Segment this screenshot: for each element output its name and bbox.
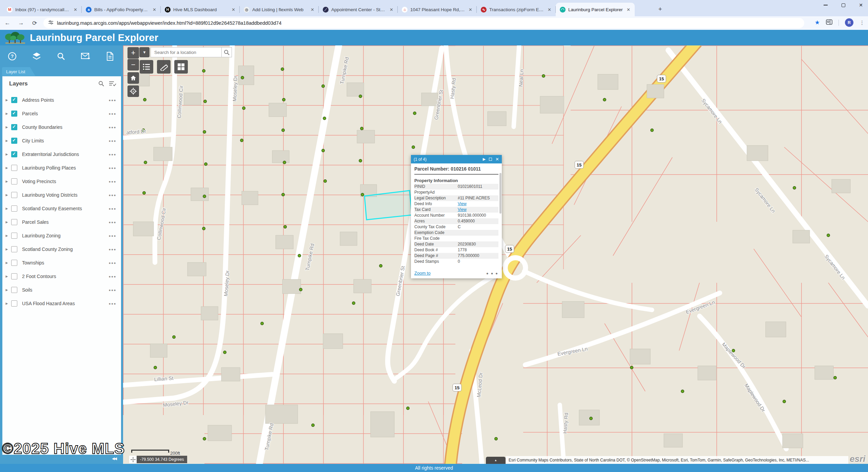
address-point[interactable] — [144, 161, 147, 164]
expand-arrow-icon[interactable]: ▶ — [2, 98, 11, 102]
expand-arrow-icon[interactable]: ▶ — [2, 302, 11, 305]
layer-options-icon[interactable]: ●●● — [108, 112, 116, 116]
address-point[interactable] — [681, 390, 684, 393]
address-point[interactable] — [261, 322, 263, 325]
expand-arrow-icon[interactable]: ▶ — [2, 153, 11, 156]
address-point[interactable] — [282, 193, 284, 196]
layer-options-icon[interactable]: ●●● — [108, 207, 116, 211]
browser-tab-2[interactable]: a Bills - AppFolio Property Manag ✕ — [82, 3, 161, 16]
address-point[interactable] — [281, 68, 284, 71]
address-point[interactable] — [202, 70, 205, 72]
layer-checkbox[interactable] — [11, 246, 17, 252]
selected-parcel[interactable] — [364, 191, 412, 220]
forward-button[interactable]: → — [16, 18, 26, 28]
address-point[interactable] — [282, 129, 284, 132]
address-point[interactable] — [360, 127, 363, 130]
address-point[interactable] — [143, 98, 146, 101]
layer-options-icon[interactable]: ●●● — [108, 193, 116, 197]
address-point[interactable] — [282, 98, 285, 101]
help-icon[interactable]: ? — [0, 52, 24, 61]
layer-checkbox[interactable] — [11, 165, 17, 171]
address-point[interactable] — [412, 146, 415, 149]
address-point[interactable] — [379, 264, 382, 267]
window-maximize-button[interactable] — [839, 1, 848, 9]
tab-close-icon[interactable]: ✕ — [310, 7, 315, 12]
address-point[interactable] — [322, 85, 324, 87]
home-button[interactable] — [127, 72, 139, 84]
site-info-icon[interactable] — [48, 20, 54, 26]
side-panel-icon[interactable] — [826, 19, 832, 26]
layer-checkbox[interactable] — [11, 138, 17, 144]
popup-actions-icon[interactable]: ● ● ● — [486, 271, 498, 275]
legend-button[interactable] — [140, 60, 153, 74]
report-doc-icon[interactable] — [98, 52, 122, 61]
layer-options-icon[interactable]: ●●● — [108, 125, 116, 129]
popup-close-icon[interactable]: ✕ — [495, 157, 499, 162]
address-point[interactable] — [827, 234, 830, 237]
layer-checkbox[interactable] — [11, 287, 17, 293]
layer-options-icon[interactable]: ●●● — [108, 302, 116, 306]
layer-checkbox[interactable] — [11, 233, 17, 239]
layer-options-icon[interactable]: ●●● — [108, 220, 116, 224]
address-point[interactable] — [154, 366, 157, 369]
browser-tab-6[interactable]: ⌂ 1047 Pleasant Hope Rd, Fairmo ✕ — [398, 3, 477, 16]
popup-field-value[interactable]: View — [458, 207, 498, 213]
popup-header[interactable]: (1 of 4) ▶ ✕ — [411, 155, 502, 163]
tab-close-icon[interactable]: ✕ — [547, 7, 552, 12]
address-point[interactable] — [323, 117, 326, 120]
address-point[interactable] — [143, 192, 145, 194]
layer-options-icon[interactable]: ●●● — [108, 275, 116, 278]
address-point[interactable] — [359, 159, 362, 162]
search-submit-button[interactable] — [222, 47, 232, 57]
popup-field-value[interactable]: View — [458, 201, 498, 207]
address-point[interactable] — [495, 437, 497, 440]
address-point[interactable] — [783, 400, 786, 403]
address-point[interactable] — [322, 149, 324, 152]
layer-checkbox[interactable] — [11, 219, 17, 225]
reload-button[interactable]: ⟳ — [30, 18, 39, 28]
address-point[interactable] — [240, 139, 243, 142]
address-point[interactable] — [352, 302, 355, 304]
address-point[interactable] — [407, 407, 409, 410]
layer-checkbox[interactable] — [11, 151, 17, 157]
layer-checkbox[interactable] — [11, 97, 17, 103]
expand-arrow-icon[interactable]: ▶ — [2, 288, 11, 292]
address-point[interactable] — [203, 131, 206, 133]
layers-icon[interactable] — [24, 52, 49, 61]
address-point[interactable] — [203, 195, 206, 198]
expand-arrow-icon[interactable]: ▶ — [2, 193, 11, 197]
expand-arrow-icon[interactable]: ▶ — [2, 180, 11, 183]
address-point[interactable] — [603, 98, 606, 101]
layer-checkbox[interactable] — [11, 260, 17, 266]
address-point[interactable] — [202, 227, 205, 230]
address-point[interactable] — [204, 100, 206, 103]
layer-options-icon[interactable]: ●●● — [108, 153, 116, 156]
browser-tab-8[interactable]: ◠ Laurinburg Parcel Explorer ✕ — [556, 3, 635, 16]
address-point[interactable] — [590, 417, 592, 420]
window-close-button[interactable]: ✕ — [856, 1, 865, 9]
layer-checkbox[interactable] — [11, 111, 17, 117]
expand-arrow-icon[interactable]: ▶ — [2, 166, 11, 170]
popup-maximize-icon[interactable] — [489, 158, 492, 161]
tab-close-icon[interactable]: ✕ — [389, 7, 394, 12]
address-point[interactable] — [542, 75, 545, 77]
address-bar[interactable]: laurinburg.maps.arcgis.com/apps/webappvi… — [43, 18, 804, 28]
layer-checkbox[interactable] — [11, 205, 17, 212]
layer-options-icon[interactable]: ●●● — [108, 248, 116, 251]
browser-tab-7[interactable]: ∿ Transactions (zipForm Edition) 2 ✕ — [477, 3, 556, 16]
address-point[interactable] — [834, 376, 836, 379]
layer-options-icon[interactable]: ●●● — [108, 166, 116, 170]
back-button[interactable]: ← — [3, 18, 12, 28]
expand-arrow-icon[interactable]: ▶ — [2, 234, 11, 237]
address-point[interactable] — [324, 180, 327, 182]
tab-close-icon[interactable]: ✕ — [231, 7, 236, 12]
layer-checkbox[interactable] — [11, 124, 17, 130]
layer-options-icon[interactable]: ●●● — [108, 139, 116, 143]
measure-button[interactable] — [157, 60, 171, 74]
address-point[interactable] — [241, 76, 244, 79]
layer-options-icon[interactable]: ●●● — [108, 234, 116, 238]
address-point[interactable] — [312, 424, 314, 427]
address-point[interactable] — [173, 336, 175, 338]
tab-close-icon[interactable]: ✕ — [152, 7, 157, 12]
new-tab-button[interactable]: + — [656, 5, 665, 13]
